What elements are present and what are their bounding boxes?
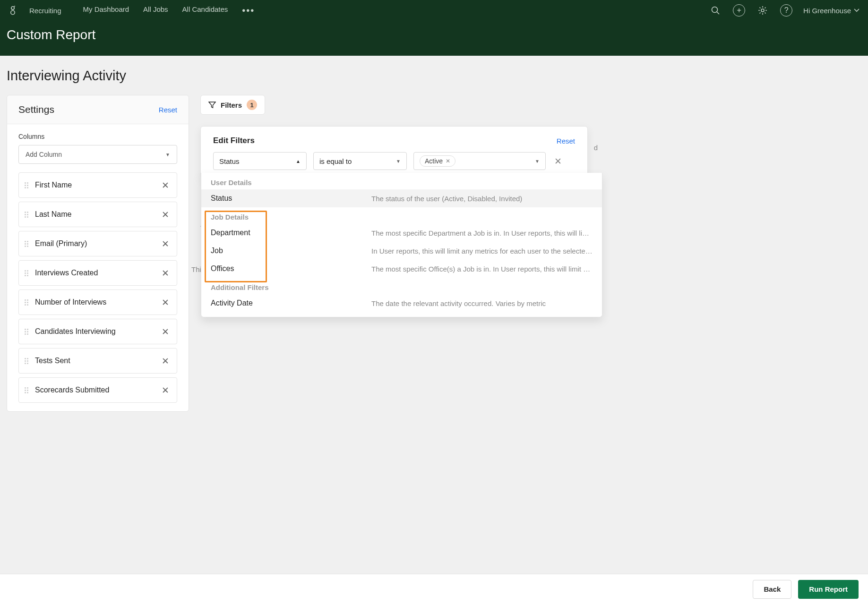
obscured-text: d xyxy=(594,144,598,152)
dropdown-option-department[interactable]: Department The most specific Department … xyxy=(201,224,602,242)
column-item[interactable]: Number of Interviews ✕ xyxy=(18,289,177,315)
add-column-placeholder: Add Column xyxy=(26,151,62,158)
content: Interviewing Activity Settings Reset Col… xyxy=(0,56,868,459)
remove-filter-icon[interactable]: ✕ xyxy=(554,156,562,167)
remove-column-icon[interactable]: ✕ xyxy=(160,325,171,338)
svg-line-4 xyxy=(717,12,719,14)
column-item[interactable]: Interviews Created ✕ xyxy=(18,260,177,286)
remove-column-icon[interactable]: ✕ xyxy=(160,355,171,367)
svg-point-1 xyxy=(11,10,15,14)
column-item[interactable]: Last Name ✕ xyxy=(18,202,177,227)
column-item[interactable]: First Name ✕ xyxy=(18,172,177,198)
drag-handle-icon[interactable] xyxy=(25,387,28,393)
add-icon[interactable]: + xyxy=(732,4,746,17)
filters-count-badge: 1 xyxy=(247,100,257,110)
nav-link-candidates[interactable]: All Candidates xyxy=(182,5,228,16)
top-nav: Recruiting My Dashboard All Jobs All Can… xyxy=(0,0,868,21)
nav-link-jobs[interactable]: All Jobs xyxy=(143,5,168,16)
nav-more-icon[interactable]: ••• xyxy=(242,5,255,16)
add-column-select[interactable]: Add Column ▼ xyxy=(18,145,177,164)
page-title: Custom Report xyxy=(7,27,861,43)
column-label: First Name xyxy=(35,181,153,189)
dropdown-option-activity-date[interactable]: Activity Date The date the relevant acti… xyxy=(201,294,602,312)
filter-value-tag: Active ✕ xyxy=(420,155,455,167)
filter-operator-select[interactable]: is equal to ▼ xyxy=(313,152,407,170)
column-label: Email (Primary) xyxy=(35,239,153,248)
dropdown-group-user-details: User Details xyxy=(201,173,602,189)
dropdown-option-job[interactable]: Job In User reports, this will limit any… xyxy=(201,242,602,260)
option-desc: The date the relevant activity occurred.… xyxy=(371,299,593,307)
dropdown-option-status[interactable]: Status The status of the user (Active, D… xyxy=(201,189,602,207)
right-area: Filters 1 d Edit Filters Reset Status ▲ … xyxy=(200,95,861,178)
filter-icon xyxy=(208,101,216,109)
option-name: Department xyxy=(211,229,357,237)
remove-column-icon[interactable]: ✕ xyxy=(160,296,171,309)
remove-column-icon[interactable]: ✕ xyxy=(160,267,171,280)
option-name: Offices xyxy=(211,264,357,273)
remove-tag-icon[interactable]: ✕ xyxy=(446,158,450,164)
columns-label: Columns xyxy=(18,133,177,140)
column-item[interactable]: Email (Primary) ✕ xyxy=(18,231,177,256)
drag-handle-icon[interactable] xyxy=(25,241,28,247)
drag-handle-icon[interactable] xyxy=(25,299,28,306)
help-icon[interactable]: ? xyxy=(780,4,793,17)
drag-handle-icon[interactable] xyxy=(25,270,28,276)
svg-point-2 xyxy=(14,6,15,7)
section-title: Interviewing Activity xyxy=(7,68,861,84)
gear-icon[interactable] xyxy=(756,4,769,17)
option-desc: The status of the user (Active, Disabled… xyxy=(371,195,593,203)
header-band: Custom Report xyxy=(0,21,868,56)
filter-field-select[interactable]: Status ▲ xyxy=(213,152,307,170)
column-item[interactable]: Candidates Interviewing ✕ xyxy=(18,319,177,344)
settings-header: Settings Reset xyxy=(7,95,189,124)
svg-point-0 xyxy=(11,7,14,9)
column-label: Last Name xyxy=(35,210,153,219)
remove-column-icon[interactable]: ✕ xyxy=(160,208,171,221)
option-desc: The most specific Office(s) a Job is in.… xyxy=(371,265,593,273)
columns-list: First Name ✕ Last Name ✕ Email (Primary)… xyxy=(18,172,177,403)
drag-handle-icon[interactable] xyxy=(25,358,28,364)
search-icon[interactable] xyxy=(709,4,722,17)
caret-down-icon: ▼ xyxy=(165,152,170,157)
filters-label: Filters xyxy=(221,101,242,109)
edit-filters-title: Edit Filters xyxy=(213,136,255,145)
column-item[interactable]: Tests Sent ✕ xyxy=(18,348,177,374)
option-desc: The most specific Department a Job is in… xyxy=(371,229,593,237)
drag-handle-icon[interactable] xyxy=(25,329,28,335)
option-desc: In User reports, this will limit any met… xyxy=(371,247,593,255)
user-menu[interactable]: Hi Greenhouse xyxy=(803,7,859,15)
caret-down-icon: ▼ xyxy=(535,159,540,164)
dropdown-option-offices[interactable]: Offices The most specific Office(s) a Jo… xyxy=(201,260,602,278)
filters-pill-row: Filters 1 xyxy=(200,95,861,115)
svg-point-5 xyxy=(761,9,764,12)
drag-handle-icon[interactable] xyxy=(25,212,28,218)
chevron-down-icon xyxy=(854,9,859,12)
dropdown-group-job-details: Job Details xyxy=(201,207,602,224)
dropdown-group-additional: Additional Filters xyxy=(201,278,602,294)
layout: Settings Reset Columns Add Column ▼ Firs… xyxy=(7,95,861,412)
option-name: Status xyxy=(211,194,357,203)
caret-down-icon: ▼ xyxy=(396,159,401,164)
column-label: Scorecards Submitted xyxy=(35,386,153,394)
caret-up-icon: ▲ xyxy=(296,159,301,164)
settings-reset-link[interactable]: Reset xyxy=(159,106,177,114)
filters-button[interactable]: Filters 1 xyxy=(200,95,265,115)
column-item[interactable]: Scorecards Submitted ✕ xyxy=(18,377,177,403)
remove-column-icon[interactable]: ✕ xyxy=(160,238,171,250)
filter-field-dropdown: User Details Status The status of the us… xyxy=(201,173,602,317)
drag-handle-icon[interactable] xyxy=(25,182,28,188)
filter-field-value: Status xyxy=(219,157,240,165)
nav-link-dashboard[interactable]: My Dashboard xyxy=(83,5,129,16)
filter-value-tag-label: Active xyxy=(425,157,443,165)
settings-panel: Settings Reset Columns Add Column ▼ Firs… xyxy=(7,95,189,412)
column-label: Candidates Interviewing xyxy=(35,327,153,336)
remove-column-icon[interactable]: ✕ xyxy=(160,384,171,397)
brand-label: Recruiting xyxy=(29,7,61,15)
edit-filters-header: Edit Filters Reset xyxy=(201,127,587,152)
remove-column-icon[interactable]: ✕ xyxy=(160,179,171,192)
edit-filters-reset-link[interactable]: Reset xyxy=(557,137,575,145)
option-name: Activity Date xyxy=(211,299,357,307)
edit-filters-panel: d Edit Filters Reset Status ▲ is equal t… xyxy=(200,126,588,178)
column-label: Number of Interviews xyxy=(35,298,153,306)
filter-value-select[interactable]: Active ✕ ▼ xyxy=(413,152,546,170)
